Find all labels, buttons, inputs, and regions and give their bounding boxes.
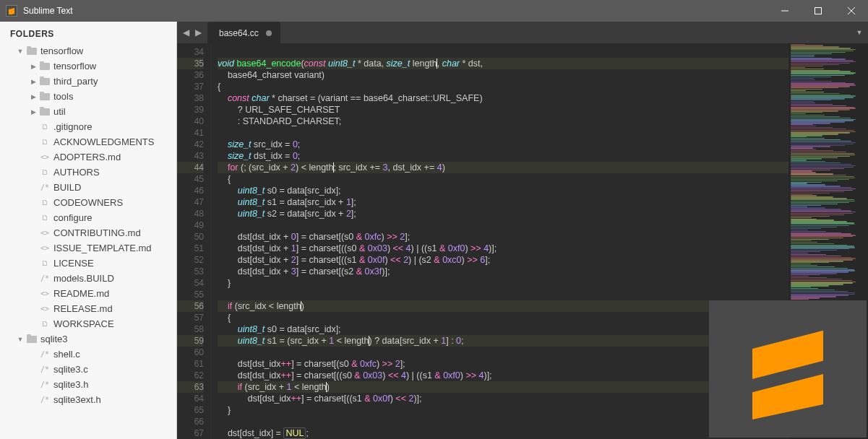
code-line[interactable]: dst[dst_idx + 2] = charset[((s1 & 0x0f) …	[218, 254, 788, 266]
disclosure-icon[interactable]: ▶	[29, 63, 38, 70]
file-item[interactable]: 🗋.gitignore	[0, 119, 176, 134]
minimap-line	[791, 331, 843, 331]
code-line[interactable]: {	[218, 312, 788, 323]
minimap-line	[791, 155, 855, 155]
file-item[interactable]: 🗋configure	[0, 210, 176, 225]
code-line[interactable]	[218, 416, 788, 427]
file-type-icon: /*	[39, 396, 51, 404]
minimap[interactable]	[788, 43, 868, 439]
code-line[interactable]: size_t src_idx = 0;	[218, 139, 788, 150]
code-line[interactable]	[218, 289, 788, 300]
code-line[interactable]: uint8_t s1 = data[src_idx + 1];	[218, 196, 788, 208]
code-line[interactable]: }	[218, 277, 788, 289]
code-line[interactable]	[218, 127, 788, 139]
window-controls	[768, 0, 868, 22]
disclosure-icon[interactable]: ▶	[29, 93, 38, 100]
file-item[interactable]: /*shell.c	[0, 347, 176, 362]
code-line[interactable]: ? URL_SAFE_CHARSET	[218, 104, 788, 116]
file-type-icon: <>	[39, 153, 51, 161]
folder-item[interactable]: ▶tools	[0, 89, 176, 104]
code-line[interactable]: }	[218, 404, 788, 416]
line-number: 66	[177, 416, 204, 427]
folder-item[interactable]: ▼sqlite3	[0, 331, 176, 347]
file-item[interactable]: 🗋LICENSE	[0, 256, 176, 271]
sidebar-header: FOLDERS	[0, 22, 176, 43]
code-line[interactable]: {	[218, 81, 788, 92]
code-line[interactable]: dst[dst_idx++] = charset[((s0 & 0x03) <<…	[218, 370, 788, 381]
close-button[interactable]	[835, 0, 868, 22]
code-line[interactable]: void base64_encode(const uint8_t * data,…	[218, 58, 788, 69]
file-type-icon: /*	[39, 381, 51, 388]
code-line[interactable]	[218, 347, 788, 358]
tab-active[interactable]: base64.cc	[207, 22, 280, 43]
folders-sidebar[interactable]: FOLDERS ▼tensorflow▶tensorflow▶third_par…	[0, 22, 177, 439]
file-item[interactable]: 🗋WORKSPACE	[0, 316, 176, 331]
disclosure-icon[interactable]: ▶	[29, 78, 38, 85]
disclosure-icon[interactable]: ▶	[29, 108, 38, 116]
code-line[interactable]: if (src_idx < length)	[218, 300, 788, 312]
code-line[interactable]	[218, 46, 788, 58]
code-line[interactable]: size_t dst_idx = 0;	[218, 150, 788, 162]
code-line[interactable]	[218, 220, 788, 231]
folder-item[interactable]: ▼tensorflow	[0, 43, 176, 58]
minimap-line	[791, 165, 856, 166]
code-line[interactable]: dst[dst_idx++] = charset[((s1 & 0x0f) <<…	[218, 393, 788, 404]
code-content[interactable]: void base64_encode(const uint8_t * data,…	[212, 43, 788, 439]
minimize-button[interactable]	[768, 0, 802, 22]
line-number: 36	[177, 69, 204, 81]
file-item[interactable]: <>ISSUE_TEMPLATE.md	[0, 240, 176, 256]
line-number: 57	[177, 312, 204, 323]
code-line[interactable]: dst[dst_idx] = NUL;	[218, 427, 788, 439]
code-line[interactable]: if (src_idx + 1 < length)	[218, 381, 788, 393]
minimap-line	[791, 231, 826, 232]
code-line[interactable]: const char * charset = (variant == base6…	[218, 92, 788, 104]
code-line[interactable]: : STANDARD_CHARSET;	[218, 116, 788, 127]
nav-back-icon[interactable]: ◀	[183, 27, 189, 38]
tree-item-label: util	[53, 106, 66, 117]
folder-item[interactable]: ▶tensorflow	[0, 58, 176, 74]
file-item[interactable]: 🗋ACKNOWLEDGMENTS	[0, 134, 176, 149]
disclosure-icon[interactable]: ▼	[16, 48, 25, 55]
code-line[interactable]: base64_charset variant)	[218, 69, 788, 81]
file-item[interactable]: /*sqlite3.h	[0, 377, 176, 392]
code-line[interactable]: uint8_t s0 = data[src_idx];	[218, 185, 788, 196]
code-line[interactable]: uint8_t s0 = data[src_idx];	[218, 323, 788, 335]
folder-item[interactable]: ▶util	[0, 104, 176, 119]
code-line[interactable]: dst[dst_idx++] = charset[(s0 & 0xfc) >> …	[218, 358, 788, 370]
file-item[interactable]: /*sqlite3.c	[0, 362, 176, 377]
tree-item-label: third_party	[53, 76, 98, 87]
folder-item[interactable]: ▶third_party	[0, 74, 176, 89]
file-item[interactable]: /*sqlite3ext.h	[0, 392, 176, 407]
file-item[interactable]: <>ADOPTERS.md	[0, 149, 176, 165]
file-item[interactable]: /*models.BUILD	[0, 271, 176, 286]
code-line[interactable]: for (; (src_idx + 2) < length; src_idx +…	[218, 162, 788, 173]
code-line[interactable]: dst[dst_idx + 0] = charset[(s0 & 0xfc) >…	[218, 231, 788, 243]
code-line[interactable]: {	[218, 173, 788, 185]
code-line[interactable]: dst[dst_idx + 1] = charset[((s0 & 0x03) …	[218, 243, 788, 254]
minimap-line	[791, 305, 856, 305]
minimap-line	[791, 167, 854, 168]
code-line[interactable]: dst[dst_idx + 3] = charset[(s2 & 0x3f)];	[218, 266, 788, 277]
tab-dropdown-icon[interactable]: ▼	[851, 22, 868, 43]
nav-forward-icon[interactable]: ▶	[195, 27, 202, 38]
tab-label: base64.cc	[219, 28, 259, 38]
line-number: 55	[177, 289, 204, 300]
line-number-gutter: 3435363738394041424344454647484950515253…	[177, 43, 212, 439]
minimap-line	[791, 292, 855, 293]
minimap-line	[791, 69, 824, 69]
code-line[interactable]: uint8_t s2 = data[src_idx + 2];	[218, 208, 788, 220]
file-item[interactable]: 🗋AUTHORS	[0, 165, 176, 180]
file-item[interactable]: <>RELEASE.md	[0, 301, 176, 316]
code-line[interactable]: uint8_t s1 = (src_idx + 1 < length) ? da…	[218, 335, 788, 347]
file-item[interactable]: <>README.md	[0, 286, 176, 301]
file-item[interactable]: /*BUILD	[0, 180, 176, 195]
file-item[interactable]: 🗋CODEOWNERS	[0, 195, 176, 210]
tab-history-nav: ◀ ▶	[177, 22, 207, 43]
minimap-line	[791, 240, 812, 241]
file-item[interactable]: <>CONTRIBUTING.md	[0, 225, 176, 240]
minimap-line	[791, 168, 844, 169]
maximize-button[interactable]	[802, 0, 835, 22]
minimap-line	[791, 254, 826, 255]
code-view[interactable]: 3435363738394041424344454647484950515253…	[177, 43, 868, 439]
disclosure-icon[interactable]: ▼	[16, 336, 25, 343]
